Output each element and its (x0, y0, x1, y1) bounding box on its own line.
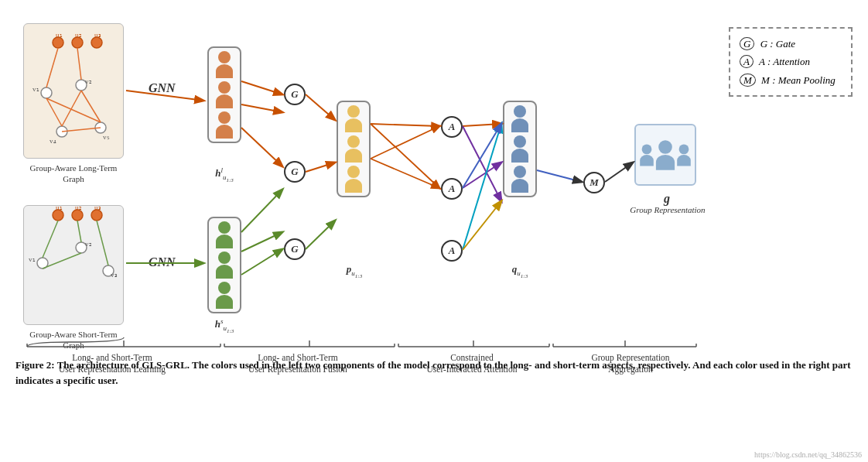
p-label: pu1:3 (327, 263, 381, 279)
legend-attention: A A : Attention (740, 53, 842, 70)
g-label: g (655, 192, 678, 206)
legend-mean-pooling: M M : Mean Pooling (740, 71, 842, 89)
caption-area: Figure 2: The architecture of GLS-GRL. T… (15, 358, 851, 388)
person-orange-2 (216, 81, 233, 108)
person-orange-1 (216, 51, 233, 78)
main-container: Group-Aware Long-Term Graph Group-Aware … (0, 0, 868, 462)
group-rep-label: Group Representation (625, 205, 710, 214)
short-term-graph-label: Group-Aware Short-Term Graph (23, 329, 124, 351)
q-label: qu1:3 (493, 263, 547, 279)
person-blue-3 (511, 166, 528, 193)
group-person-1 (640, 144, 654, 166)
person-green-3 (216, 282, 233, 309)
h-short-label: hsu1:3 (197, 317, 251, 334)
q-column (503, 101, 537, 197)
attention-circle-1[interactable]: A (441, 116, 463, 138)
person-yellow-1 (345, 105, 362, 132)
person-green-2 (216, 252, 233, 279)
mean-pooling-circle[interactable]: M (583, 172, 605, 193)
group-person-2 (656, 140, 675, 170)
legend-gate: G G : Gate (740, 35, 842, 53)
caption-bold: Figure 2: The architecture of GLS-GRL. T… (15, 359, 851, 386)
short-term-graph-box (23, 205, 124, 325)
gate-circle-3[interactable]: G (284, 238, 306, 260)
diagram-area: Group-Aware Long-Term Graph Group-Aware … (0, 0, 868, 356)
person-blue-2 (511, 135, 528, 163)
group-rep-box (634, 124, 696, 186)
h-long-label: hlu1:3 (197, 166, 251, 183)
p-column (337, 101, 371, 197)
person-blue-1 (511, 105, 528, 132)
group-person-3 (677, 144, 691, 166)
person-green-1 (216, 221, 233, 248)
person-orange-3 (216, 111, 233, 139)
legend-box: G G : Gate A A : Attention M M : Mean Po… (729, 27, 853, 97)
watermark: https://blog.csdn.net/qq_34862536 (754, 450, 862, 459)
h-long-column (207, 46, 241, 143)
attention-circle-2[interactable]: A (441, 178, 463, 200)
gnn-label-bottom: GNN (149, 255, 176, 269)
person-yellow-3 (345, 166, 362, 193)
gnn-label-top: GNN (149, 81, 176, 95)
h-short-column (207, 217, 241, 313)
long-term-graph-box (23, 23, 124, 159)
person-yellow-2 (345, 135, 362, 163)
long-term-graph-label: Group-Aware Long-Term Graph (23, 163, 124, 185)
gate-circle-2[interactable]: G (284, 161, 306, 183)
attention-circle-3[interactable]: A (441, 240, 463, 262)
gate-circle-1[interactable]: G (284, 84, 306, 105)
